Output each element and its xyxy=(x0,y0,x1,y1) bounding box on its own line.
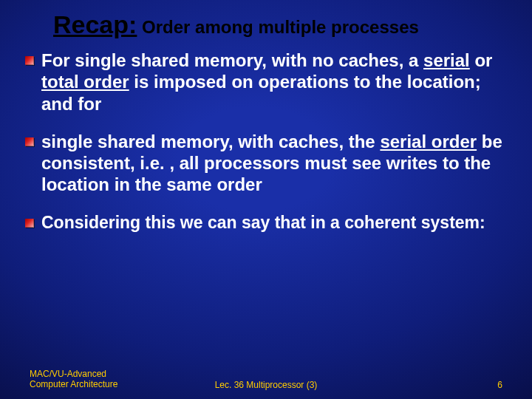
text-underline: serial xyxy=(423,50,470,70)
footer: MAC/VU-Advanced Computer Architecture Le… xyxy=(0,366,532,392)
text: , with no caches, xyxy=(262,50,403,70)
footer-lecture: Lec. 36 Multiprocessor (3) xyxy=(215,380,318,390)
text: or xyxy=(470,50,493,70)
text: Considering this we can say that in a co… xyxy=(41,213,485,232)
footer-center: Lec. 36 Multiprocessor (3) xyxy=(0,380,532,390)
footer-right: 6 xyxy=(497,380,502,390)
bullet-3: Considering this we can say that in a co… xyxy=(25,212,507,233)
page-number: 6 xyxy=(497,380,502,390)
title-sub: Order among multiple processes xyxy=(137,17,418,37)
title-main: Recap: xyxy=(53,10,137,38)
text: single shared memory xyxy=(41,132,228,151)
text: For single shared memory xyxy=(41,50,262,70)
text: the xyxy=(344,132,380,151)
bullet-list: For single shared memory, with no caches… xyxy=(0,50,532,233)
slide: Recap: Order among multiple processes Fo… xyxy=(0,0,532,399)
bullet-1: For single shared memory, with no caches… xyxy=(25,50,507,115)
slide-title: Recap: Order among multiple processes xyxy=(0,0,532,44)
text-underline: total order xyxy=(41,72,129,92)
text: a xyxy=(403,50,423,70)
text-underline: serial order xyxy=(380,132,477,151)
text: , with caches, xyxy=(228,132,344,151)
footer-course-1: MAC/VU-Advanced xyxy=(30,369,106,379)
bullet-2: single shared memory, with caches, the s… xyxy=(25,131,507,196)
